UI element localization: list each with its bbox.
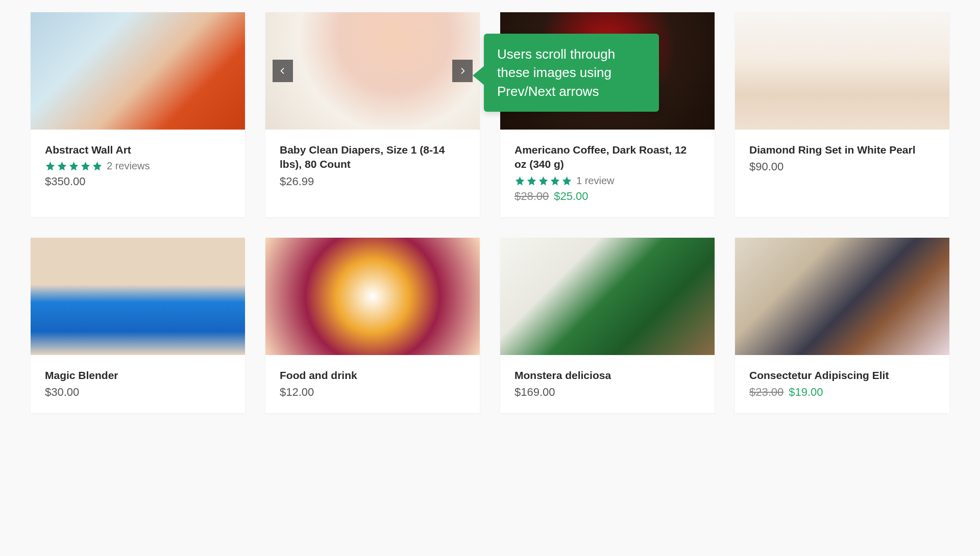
product-old-price: $23.00 xyxy=(749,386,783,399)
product-card[interactable]: Abstract Wall Art 2 reviews $350.00 xyxy=(31,12,245,217)
product-image[interactable] xyxy=(31,12,245,130)
product-title[interactable]: Baby Clean Diapers, Size 1 (8-14 lbs), 8… xyxy=(280,143,465,172)
product-info: Magic Blender $30.00 xyxy=(31,355,245,413)
star-rating xyxy=(45,161,103,171)
star-rating xyxy=(514,175,572,186)
star-icon xyxy=(45,161,56,171)
star-icon xyxy=(80,161,91,171)
star-icon xyxy=(57,161,67,171)
star-icon xyxy=(550,175,560,186)
product-info: Monstera deliciosa $169.00 xyxy=(500,355,715,413)
product-title[interactable]: Monstera deliciosa xyxy=(514,368,700,383)
tooltip-text: Users scroll through these images using … xyxy=(497,46,615,99)
prev-arrow-button[interactable] xyxy=(273,60,293,82)
product-price: $12.00 xyxy=(280,386,314,399)
price-row: $169.00 xyxy=(514,386,700,399)
product-title[interactable]: Food and drink xyxy=(280,368,465,383)
star-icon xyxy=(526,175,537,186)
product-card[interactable]: Diamond Ring Set in White Pearl $90.00 xyxy=(735,12,949,217)
product-title[interactable]: Americano Coffee, Dark Roast, 12 oz (340… xyxy=(514,143,700,172)
product-price: $350.00 xyxy=(45,175,86,188)
product-title[interactable]: Abstract Wall Art xyxy=(45,143,231,157)
product-image[interactable] xyxy=(500,238,715,355)
price-row: $90.00 xyxy=(749,160,935,173)
product-grid: Abstract Wall Art 2 reviews $350.00 xyxy=(31,12,949,413)
star-icon xyxy=(514,175,525,186)
price-row: $23.00 $19.00 xyxy=(749,386,935,399)
product-info: Consectetur Adipiscing Elit $23.00 $19.0… xyxy=(735,355,949,413)
product-card[interactable]: Food and drink $12.00 xyxy=(265,238,480,413)
product-info: Baby Clean Diapers, Size 1 (8-14 lbs), 8… xyxy=(265,130,480,203)
product-price: $30.00 xyxy=(45,386,79,399)
next-arrow-button[interactable] xyxy=(452,60,473,82)
product-price: $26.99 xyxy=(280,175,314,188)
price-row: $26.99 xyxy=(280,175,465,188)
product-info: Food and drink $12.00 xyxy=(265,355,480,413)
product-info: Abstract Wall Art 2 reviews $350.00 xyxy=(31,130,245,203)
star-icon xyxy=(68,161,79,171)
chevron-left-icon xyxy=(279,65,287,77)
product-card[interactable]: Baby Clean Diapers, Size 1 (8-14 lbs), 8… xyxy=(265,12,480,217)
product-info: Diamond Ring Set in White Pearl $90.00 xyxy=(735,130,949,188)
product-image[interactable] xyxy=(265,238,480,355)
price-row: $30.00 xyxy=(45,386,231,399)
price-row: $28.00 $25.00 xyxy=(514,190,700,203)
product-card[interactable]: Magic Blender $30.00 xyxy=(31,238,245,413)
star-icon xyxy=(538,175,549,186)
review-count[interactable]: 1 review xyxy=(576,175,614,187)
star-icon xyxy=(92,161,103,171)
product-card[interactable]: Users scroll through these images using … xyxy=(500,12,715,217)
product-sale-price: $25.00 xyxy=(554,190,588,203)
rating-row: 1 review xyxy=(514,175,700,187)
review-count[interactable]: 2 reviews xyxy=(107,160,150,172)
product-old-price: $28.00 xyxy=(514,190,549,203)
product-info: Americano Coffee, Dark Roast, 12 oz (340… xyxy=(500,130,715,217)
product-image[interactable] xyxy=(735,12,949,130)
product-title[interactable]: Consectetur Adipiscing Elit xyxy=(749,368,935,383)
star-icon xyxy=(561,175,572,186)
annotation-tooltip: Users scroll through these images using … xyxy=(484,34,659,112)
price-row: $12.00 xyxy=(280,386,465,399)
price-row: $350.00 xyxy=(45,175,231,188)
product-sale-price: $19.00 xyxy=(789,386,823,399)
product-title[interactable]: Diamond Ring Set in White Pearl xyxy=(749,143,935,157)
rating-row: 2 reviews xyxy=(45,160,231,172)
product-card[interactable]: Consectetur Adipiscing Elit $23.00 $19.0… xyxy=(735,238,949,413)
product-title[interactable]: Magic Blender xyxy=(45,368,231,383)
product-image[interactable] xyxy=(265,12,480,130)
product-price: $90.00 xyxy=(749,160,783,173)
chevron-right-icon xyxy=(458,65,467,77)
product-image[interactable] xyxy=(735,238,949,355)
product-price: $169.00 xyxy=(514,386,555,399)
product-card[interactable]: Monstera deliciosa $169.00 xyxy=(500,238,715,413)
product-image[interactable] xyxy=(31,238,245,355)
